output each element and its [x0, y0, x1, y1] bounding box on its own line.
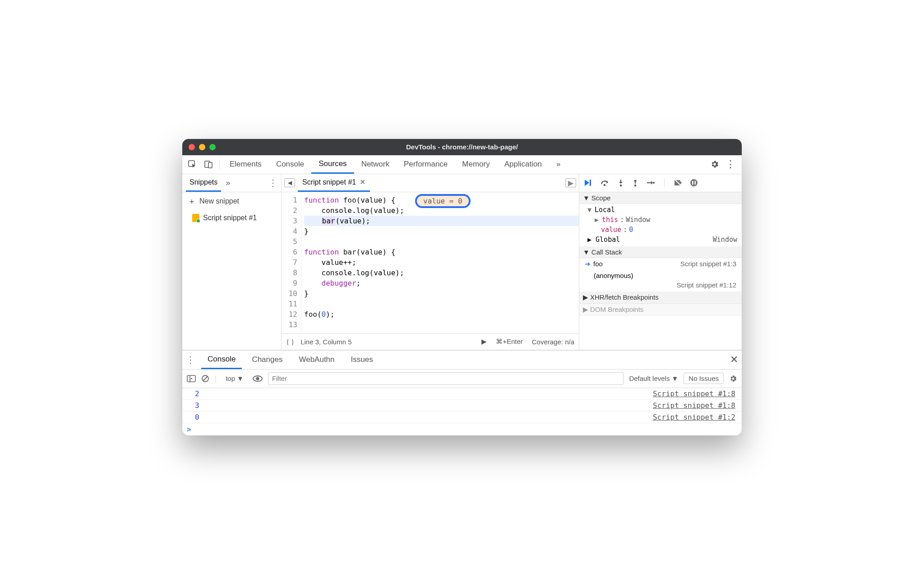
navigator-toggle-icon[interactable]: ◀	[284, 178, 295, 187]
pretty-print-icon[interactable]: { }	[286, 338, 294, 346]
settings-gear-icon[interactable]	[710, 160, 719, 169]
dom-breakpoints-header[interactable]: ▶ DOM Breakpoints	[579, 304, 742, 316]
resume-button[interactable]	[584, 179, 593, 187]
no-issues-button[interactable]: No Issues	[684, 373, 724, 384]
scope-global-row[interactable]: ▶ GlobalWindow	[579, 235, 742, 245]
scope-local-header[interactable]: ▼Local	[579, 205, 742, 215]
new-snippet-button[interactable]: ＋ New snippet	[182, 192, 281, 210]
step-button[interactable]	[646, 180, 655, 186]
console-prompt[interactable]: >	[182, 423, 742, 435]
drawer-menu-icon[interactable]: ⋮	[186, 354, 195, 365]
scope-section-header[interactable]: ▼ Scope	[579, 192, 742, 204]
step-out-button[interactable]	[632, 179, 639, 187]
drawer-panel: ⋮ Console Changes WebAuthn Issues ✕ | to…	[182, 350, 742, 435]
file-tab[interactable]: Script snippet #1 ✕	[298, 174, 370, 192]
close-drawer-icon[interactable]: ✕	[730, 354, 738, 366]
scope-this-row[interactable]: ▶this: Window	[579, 215, 742, 225]
console-log-row[interactable]: 3Script snippet #1:8	[182, 400, 742, 412]
console-filter-input[interactable]	[268, 372, 624, 385]
drawer-tab-issues[interactable]: Issues	[345, 351, 379, 369]
sidebar-tabs-overflow-icon[interactable]: »	[226, 178, 230, 188]
close-tab-icon[interactable]: ✕	[360, 178, 365, 186]
svg-rect-10	[695, 181, 696, 185]
svg-rect-9	[692, 181, 693, 185]
sidebar-tab-snippets[interactable]: Snippets	[186, 174, 221, 192]
tab-network[interactable]: Network	[354, 155, 397, 174]
run-shortcut-hint: ⌘+Enter	[496, 338, 523, 346]
tab-application[interactable]: Application	[497, 155, 549, 174]
main-tabbar: Elements Console Sources Network Perform…	[182, 155, 742, 174]
tab-sources[interactable]: Sources	[311, 155, 354, 174]
svg-point-7	[653, 182, 655, 184]
plus-icon: ＋	[188, 196, 196, 207]
svg-point-8	[690, 179, 698, 186]
svg-point-5	[620, 185, 622, 186]
snippet-item-label: Script snippet #1	[203, 214, 257, 222]
svg-point-14	[256, 377, 259, 380]
code-editor[interactable]: 12 34 56 78 910 1112 13 function foo(val…	[282, 192, 579, 333]
step-into-button[interactable]	[617, 179, 624, 187]
new-snippet-label: New snippet	[199, 197, 239, 205]
tab-elements[interactable]: Elements	[222, 155, 269, 174]
tab-console[interactable]: Console	[269, 155, 311, 174]
console-log-row[interactable]: 2Script snippet #1:8	[182, 388, 742, 400]
scope-value-row[interactable]: value: 0	[579, 225, 742, 235]
inspect-element-icon[interactable]	[184, 160, 200, 169]
kebab-menu-icon[interactable]: ⋮	[725, 158, 735, 170]
xhr-breakpoints-header[interactable]: ▶ XHR/fetch Breakpoints	[579, 292, 742, 304]
line-gutter: 12 34 56 78 910 1112 13	[282, 192, 301, 333]
debugger-panel: ▼ Scope ▼Local ▶this: Window value: 0 ▶ …	[579, 174, 742, 350]
svg-rect-3	[590, 180, 591, 186]
code-lines: function foo(value) { console.log(value)…	[301, 192, 579, 333]
step-over-button[interactable]	[600, 179, 610, 187]
console-settings-icon[interactable]	[729, 375, 737, 383]
svg-point-6	[634, 185, 636, 186]
sidebar-menu-icon[interactable]: ⋮	[268, 177, 277, 188]
callstack-frame-location: Script snippet #1:12	[579, 281, 742, 292]
cursor-position: Line 3, Column 5	[300, 338, 351, 346]
devtools-window: DevTools - chrome://new-tab-page/ Elemen…	[182, 139, 742, 435]
tab-memory[interactable]: Memory	[455, 155, 497, 174]
editor-panel: ◀ Script snippet #1 ✕ ▶ 12 34 56 78 910 …	[282, 174, 579, 350]
clear-console-icon[interactable]	[201, 375, 209, 383]
drawer-tab-changes[interactable]: Changes	[245, 351, 289, 369]
tabs-overflow-icon[interactable]: »	[549, 155, 568, 174]
snippet-file-icon	[192, 214, 199, 222]
callstack-frame[interactable]: ➔foo Script snippet #1:3	[579, 258, 742, 270]
console-output: 2Script snippet #1:8 3Script snippet #1:…	[182, 388, 742, 435]
deactivate-breakpoints-button[interactable]	[674, 179, 683, 187]
log-levels-selector[interactable]: Default levels ▼	[629, 375, 678, 382]
console-sidebar-toggle-icon[interactable]	[187, 375, 196, 382]
tab-performance[interactable]: Performance	[397, 155, 455, 174]
window-titlebar: DevTools - chrome://new-tab-page/	[182, 139, 742, 155]
file-tab-label: Script snippet #1	[302, 178, 356, 186]
drawer-tab-webauthn[interactable]: WebAuthn	[292, 351, 341, 369]
pause-on-exceptions-button[interactable]	[690, 179, 698, 187]
callstack-frame[interactable]: (anonymous)	[579, 270, 742, 281]
console-log-row[interactable]: 0Script snippet #1:2	[182, 412, 742, 423]
inline-value-hint: value = 0	[415, 194, 471, 208]
callstack-section-header[interactable]: ▼ Call Stack	[579, 246, 742, 258]
window-title: DevTools - chrome://new-tab-page/	[182, 143, 742, 151]
run-play-icon[interactable]: ▶	[481, 338, 487, 346]
snippet-item[interactable]: Script snippet #1	[182, 210, 281, 226]
run-snippet-icon[interactable]: ▶	[565, 178, 576, 187]
coverage-label: Coverage: n/a	[532, 338, 574, 346]
svg-point-4	[604, 184, 605, 186]
navigator-sidebar: Snippets » ⋮ ＋ New snippet Script snippe…	[182, 174, 282, 350]
live-expression-icon[interactable]	[253, 375, 263, 382]
svg-rect-2	[208, 162, 212, 168]
drawer-tab-console[interactable]: Console	[201, 351, 242, 369]
editor-statusbar: { } Line 3, Column 5 ▶ ⌘+Enter Coverage:…	[282, 333, 579, 350]
context-selector[interactable]: top ▼	[222, 374, 247, 383]
device-toolbar-icon[interactable]	[200, 160, 217, 169]
